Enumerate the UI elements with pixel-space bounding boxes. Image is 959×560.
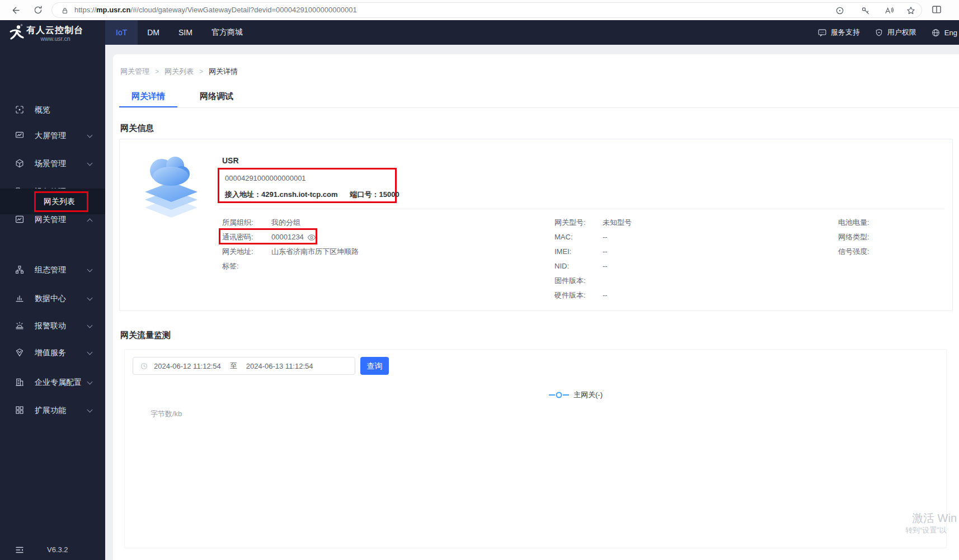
- field-label: 网关地址:: [222, 247, 271, 256]
- sidebar-item-label: 大屏管理: [35, 124, 66, 147]
- user-permissions-link[interactable]: 用户权限: [875, 27, 916, 37]
- chevron-down-icon: [87, 161, 93, 166]
- field-row-imei: IMEI: --: [554, 247, 608, 256]
- sidebar-item-overview[interactable]: 概览: [0, 98, 105, 121]
- usr-logo-icon[interactable]: [8, 24, 25, 41]
- chat-icon: [817, 28, 827, 37]
- sidebar: 概览 大屏管理 场景管理 设备管理 网关管理 网关列表 组态管理: [0, 45, 105, 560]
- top-navigation: IoT DM SIM 官方商城: [105, 20, 252, 45]
- field-row-battery: 电池电量:: [838, 218, 869, 227]
- query-button[interactable]: 查询: [360, 357, 389, 375]
- version-label: V6.3.2: [47, 545, 68, 554]
- date-to[interactable]: 2024-06-13 11:12:54: [246, 362, 313, 370]
- sidebar-item-extension[interactable]: 扩展功能: [0, 399, 105, 421]
- chevron-down-icon: [87, 267, 93, 272]
- sidebar-subitem-gateway-list[interactable]: 网关列表: [0, 189, 105, 214]
- field-row-gateway-model: 网关型号: 未知型号: [554, 218, 632, 227]
- nav-tab-sim[interactable]: SIM: [169, 20, 202, 45]
- nav-tab-mall[interactable]: 官方商城: [202, 20, 252, 45]
- app-top-bar: 有人云控制台 www.usr.cn IoT DM SIM 官方商城 服务支持 用…: [0, 20, 959, 45]
- field-label: MAC:: [554, 233, 603, 242]
- split-screen-icon[interactable]: [930, 3, 943, 16]
- browser-toolbar: https://mp.usr.cn/#/cloud/gateway/ViewGa…: [0, 0, 959, 20]
- data-center-icon: [15, 293, 25, 303]
- service-support-link[interactable]: 服务支持: [817, 27, 860, 37]
- field-row-network-type: 网络类型:: [838, 233, 869, 242]
- field-row-firmware: 固件版本:: [554, 276, 603, 285]
- nav-tab-dm[interactable]: DM: [138, 20, 169, 45]
- sidebar-item-label: 报警联动: [35, 314, 66, 337]
- chevron-down-icon: [87, 323, 93, 328]
- enterprise-icon: [15, 377, 25, 387]
- windows-activation-watermark: 激活 Win: [912, 511, 957, 526]
- gateway-info-card: USR 00004291000000000001 接入地址：4291.cnsh.…: [119, 139, 953, 311]
- url-scheme: https://: [74, 6, 96, 14]
- site-permissions-icon[interactable]: [59, 4, 71, 17]
- sidebar-item-label: 场景管理: [35, 152, 66, 175]
- url-text[interactable]: https://mp.usr.cn/#/cloud/gateway/ViewGa…: [74, 3, 357, 17]
- clock-icon: [140, 362, 148, 370]
- field-value: 我的分组: [271, 218, 300, 227]
- globe-icon: [931, 28, 941, 37]
- favorite-star-icon[interactable]: [905, 4, 917, 17]
- password-key-icon[interactable]: [859, 4, 872, 17]
- chevron-down-icon: [87, 379, 93, 385]
- shield-icon: [875, 28, 883, 37]
- field-label: 信号强度:: [838, 247, 869, 256]
- field-row-nid: NID: --: [554, 262, 608, 271]
- gateway-name: USR: [222, 156, 239, 165]
- location-icon[interactable]: [834, 4, 846, 17]
- field-value: --: [603, 247, 608, 256]
- windows-activation-watermark-sub: 转到“设置”以: [905, 525, 947, 535]
- chevron-down-icon: [87, 407, 93, 413]
- breadcrumb: 网关管理 > 网关列表 > 网关详情: [120, 67, 238, 76]
- date-range-picker[interactable]: 2024-06-12 11:12:54 至 2024-06-13 11:12:5…: [133, 357, 355, 375]
- app-title[interactable]: 有人云控制台: [26, 25, 83, 36]
- configuration-icon: [15, 265, 25, 275]
- sidebar-item-scene[interactable]: 场景管理: [0, 152, 105, 175]
- access-address-label: 接入地址：: [225, 190, 261, 199]
- sidebar-item-big-screen[interactable]: 大屏管理: [0, 124, 105, 147]
- main-content: 网关管理 > 网关列表 > 网关详情 网关详情 网络调试 网关信息: [105, 45, 959, 560]
- traffic-chart-card: 2024-06-12 11:12:54 至 2024-06-13 11:12:5…: [124, 349, 947, 548]
- browser-refresh-icon[interactable]: [31, 3, 45, 17]
- top-bar-right: 服务支持 用户权限 Eng: [817, 20, 959, 45]
- sidebar-item-data-center[interactable]: 数据中心: [0, 287, 105, 309]
- breadcrumb-item[interactable]: 网关管理: [120, 67, 149, 77]
- sidebar-item-enterprise-config[interactable]: 企业专属配置: [0, 371, 105, 393]
- annotation-box-comm-password: [219, 228, 317, 244]
- big-screen-icon: [15, 130, 25, 140]
- breadcrumb-item[interactable]: 网关列表: [164, 67, 194, 77]
- extension-icon: [15, 405, 25, 415]
- field-value: 未知型号: [603, 218, 632, 227]
- sidebar-item-label: 扩展功能: [35, 399, 66, 421]
- read-aloud-icon[interactable]: [883, 4, 895, 17]
- screen: https://mp.usr.cn/#/cloud/gateway/ViewGa…: [0, 0, 959, 560]
- language-switch[interactable]: Eng: [931, 28, 957, 37]
- field-value: --: [603, 262, 608, 271]
- sidebar-item-label: 增值服务: [35, 341, 66, 364]
- address-bar[interactable]: https://mp.usr.cn/#/cloud/gateway/ViewGa…: [51, 2, 922, 18]
- sidebar-item-configuration[interactable]: 组态管理: [0, 258, 105, 281]
- chevron-up-icon: [87, 219, 93, 224]
- browser-back-icon[interactable]: [9, 3, 22, 17]
- tab-gateway-detail[interactable]: 网关详情: [119, 87, 177, 108]
- sidebar-item-alarm[interactable]: 报警联动: [0, 314, 105, 337]
- scene-icon: [15, 158, 25, 168]
- field-value: --: [603, 291, 608, 300]
- sidebar-item-label: 概览: [35, 98, 50, 121]
- field-label: 硬件版本:: [554, 291, 603, 300]
- date-from[interactable]: 2024-06-12 11:12:54: [154, 362, 221, 370]
- annotation-box-device-id: 00004291000000000001 接入地址：4291.cnsh.iot-…: [218, 168, 397, 203]
- collapse-menu-icon[interactable]: [15, 545, 25, 555]
- chevron-down-icon: [87, 133, 93, 138]
- field-label: NID:: [554, 262, 603, 271]
- chevron-down-icon: [87, 295, 93, 301]
- field-row-hardware: 硬件版本: --: [554, 291, 608, 300]
- sidebar-footer: V6.3.2: [0, 544, 105, 557]
- tab-network-debug[interactable]: 网络调试: [187, 87, 246, 108]
- detail-tabs: 网关详情 网络调试: [119, 87, 246, 108]
- sidebar-item-value-added[interactable]: 增值服务: [0, 341, 105, 364]
- nav-tab-iot[interactable]: IoT: [105, 20, 138, 45]
- chart-legend[interactable]: 主网关(-): [549, 390, 603, 400]
